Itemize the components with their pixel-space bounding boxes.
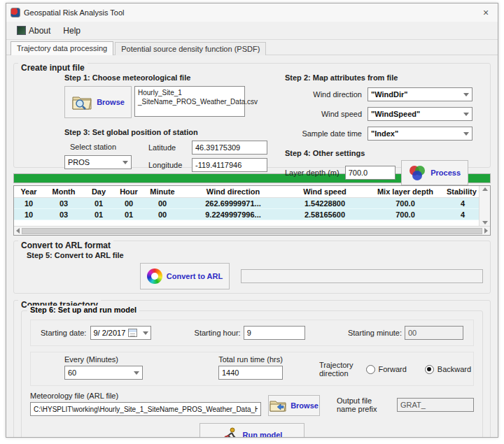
cell: 700.0 bbox=[364, 199, 447, 208]
cell: 00 bbox=[144, 210, 181, 219]
cell: 4 bbox=[447, 199, 479, 208]
table-row[interactable]: 10 03 01 01 00 9.2249997996... 2.5816560… bbox=[14, 209, 479, 220]
layer-depth-label: Layer depth (m) bbox=[285, 169, 340, 177]
layer-depth-field[interactable] bbox=[345, 166, 396, 180]
close-button[interactable]: × bbox=[474, 3, 498, 22]
cell: 700.0 bbox=[364, 210, 447, 219]
run-model-button[interactable]: Run model bbox=[200, 423, 304, 438]
forward-radio[interactable]: Forward bbox=[366, 365, 407, 374]
output-prefix-label: Output file name prefix bbox=[337, 396, 391, 413]
chevron-down-icon bbox=[463, 93, 469, 96]
starting-minute-label: Starting minute: bbox=[348, 329, 402, 337]
col-hour: Hour bbox=[113, 187, 144, 196]
scroll-down-icon[interactable] bbox=[482, 221, 488, 224]
cell: 01 bbox=[84, 199, 113, 208]
backward-radio[interactable]: Backward bbox=[425, 365, 471, 374]
create-left-column: Step 1: Choose meteorological file Brows… bbox=[21, 73, 275, 163]
forward-label: Forward bbox=[379, 365, 407, 373]
chevron-down-icon bbox=[463, 113, 469, 116]
cell: 2.58165600 bbox=[286, 210, 364, 219]
wind-speed-label: Wind speed bbox=[285, 110, 362, 118]
tab-trajectory-data-processing[interactable]: Trajectory data processing bbox=[10, 41, 113, 55]
sample-date-time-select[interactable]: "Index" bbox=[368, 127, 472, 141]
longitude-field[interactable] bbox=[192, 158, 267, 172]
step1-title: Step 1: Choose meteorological file bbox=[64, 73, 275, 82]
wind-direction-label: Wind direction bbox=[285, 90, 362, 99]
table-row[interactable]: 10 03 01 00 00 262.69999971... 1.5422880… bbox=[14, 198, 479, 209]
tab-psdf[interactable]: Potential source density function (PSDF) bbox=[115, 42, 266, 55]
total-run-time-label: Total run time (hrs) bbox=[218, 355, 283, 364]
wind-direction-value: "WindDir" bbox=[371, 90, 408, 99]
met-file-label: Meteorology file (ARL file) bbox=[30, 392, 261, 400]
convert-progress-bar bbox=[241, 269, 483, 283]
scroll-up-icon[interactable] bbox=[482, 187, 488, 191]
met-file-field[interactable] bbox=[30, 402, 261, 416]
longitude-label: Longitude bbox=[148, 161, 188, 169]
radio-icon bbox=[366, 365, 375, 374]
chevron-down-icon bbox=[122, 161, 128, 164]
every-minutes-select[interactable]: 60 bbox=[64, 366, 143, 380]
step2-title: Step 2: Map attributes from file bbox=[285, 73, 483, 82]
step1-browse-button[interactable]: Browse bbox=[64, 86, 132, 118]
create-right-column: Step 2: Map attributes from file Wind di… bbox=[275, 73, 483, 163]
total-run-time-field[interactable] bbox=[218, 366, 283, 380]
folder-arrow-icon bbox=[270, 399, 286, 413]
scroll-left-icon[interactable] bbox=[16, 228, 20, 234]
col-mix-layer-depth: Mix layer depth bbox=[364, 187, 447, 196]
starting-minute-field[interactable] bbox=[405, 326, 463, 340]
starting-hour-field[interactable] bbox=[244, 326, 305, 340]
app-icon bbox=[10, 8, 20, 17]
menu-about-label: About bbox=[29, 26, 50, 36]
cell: 10 bbox=[14, 199, 43, 208]
window-title: Geospatial Risk Analysis Tool bbox=[24, 8, 124, 17]
starting-hour-label: Starting hour: bbox=[195, 329, 241, 337]
process-label: Process bbox=[430, 169, 461, 177]
rgb-circles-icon bbox=[408, 164, 426, 181]
calendar-icon bbox=[128, 329, 137, 337]
cell: 03 bbox=[43, 199, 84, 208]
met-browse-button[interactable]: Browse bbox=[268, 395, 320, 416]
folder-search-icon bbox=[71, 94, 92, 110]
scroll-right-icon[interactable] bbox=[484, 228, 488, 234]
table-vertical-scrollbar[interactable] bbox=[479, 186, 490, 226]
select-station-label: Select station bbox=[70, 143, 148, 151]
cell: 4 bbox=[447, 210, 479, 219]
cell: 262.69999971... bbox=[181, 199, 286, 208]
latitude-label: Latitude bbox=[148, 143, 188, 152]
convert-to-arl-label: Convert to ARL bbox=[167, 272, 223, 280]
run-model-label: Run model bbox=[243, 431, 283, 438]
wind-direction-select[interactable]: "WindDir" bbox=[368, 87, 472, 101]
convert-to-arl-button[interactable]: Convert to ARL bbox=[140, 263, 230, 289]
starting-date-picker[interactable]: 9/ 2/2017 bbox=[90, 326, 151, 340]
menu-about[interactable]: About bbox=[10, 24, 57, 38]
file-name-line1: Hourly_Site_1 bbox=[138, 88, 241, 97]
scrollbar-thumb[interactable] bbox=[22, 228, 482, 234]
wind-speed-value: "WindSpeed" bbox=[371, 110, 420, 118]
cell: 01 bbox=[113, 210, 144, 219]
run-settings-panel: Every (Minutes) 60 Total run time (hrs) … bbox=[30, 352, 474, 386]
cell: 00 bbox=[144, 199, 181, 208]
col-wind-direction: Wind direction bbox=[181, 187, 286, 196]
trajectory-direction-label: Trajectory direction bbox=[319, 361, 354, 378]
cell: 9.2249997996... bbox=[181, 210, 286, 219]
output-prefix-field[interactable] bbox=[397, 398, 474, 412]
table-horizontal-scrollbar[interactable] bbox=[14, 226, 490, 235]
wind-speed-select[interactable]: "WindSpeed" bbox=[368, 107, 472, 121]
col-wind-speed: Wind speed bbox=[286, 187, 364, 196]
radio-selected-icon bbox=[425, 365, 434, 374]
latitude-field[interactable] bbox=[192, 141, 267, 155]
every-minutes-label: Every (Minutes) bbox=[64, 355, 143, 364]
chevron-down-icon[interactable] bbox=[143, 331, 148, 335]
step3-title: Step 3: Set global position of station bbox=[64, 128, 275, 136]
step4-title: Step 4: Other settings bbox=[285, 149, 483, 157]
menu-bar: About Help bbox=[6, 22, 498, 40]
met-file-row: Meteorology file (ARL file) Browse bbox=[30, 392, 474, 416]
process-button[interactable]: Process bbox=[401, 160, 468, 185]
menu-help[interactable]: Help bbox=[57, 24, 87, 38]
about-icon bbox=[17, 26, 26, 35]
color-ring-icon bbox=[147, 268, 162, 284]
create-input-file-group: Create input file Step 1: Choose meteoro… bbox=[13, 63, 491, 168]
step1-file-display[interactable]: Hourly_Site_1 _SiteName_PROS_Weather_Dat… bbox=[134, 86, 245, 117]
station-select[interactable]: PROS bbox=[64, 155, 132, 169]
cell: 01 bbox=[84, 210, 113, 219]
